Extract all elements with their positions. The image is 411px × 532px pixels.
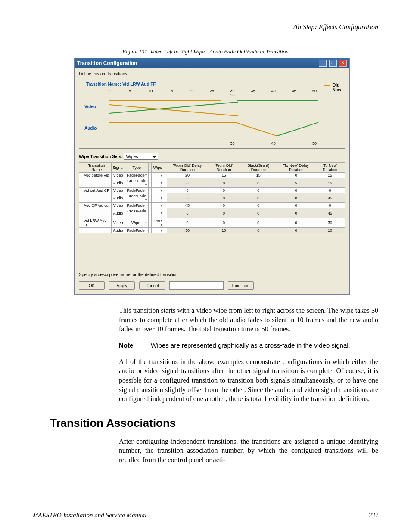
table-cell[interactable]: 0: [277, 193, 315, 203]
table-cell[interactable]: [164, 203, 167, 208]
table-cell[interactable]: Audio: [111, 228, 125, 233]
table-cell[interactable]: 45: [315, 193, 345, 203]
table-cell[interactable]: 0: [277, 208, 315, 218]
table-cell[interactable]: 0: [208, 218, 240, 228]
table-cell[interactable]: 0: [277, 188, 315, 193]
table-cell[interactable]: [164, 218, 167, 228]
table-cell[interactable]: CrossFade: [125, 193, 148, 203]
table-cell[interactable]: 15: [315, 178, 345, 188]
table-cell[interactable]: [148, 218, 151, 228]
table-cell[interactable]: [79, 193, 82, 203]
table-cell[interactable]: [148, 178, 151, 188]
table-cell[interactable]: FadeFade: [125, 203, 148, 208]
maximize-icon[interactable]: □: [329, 60, 337, 67]
table-cell[interactable]: [79, 203, 82, 208]
table-cell[interactable]: [164, 173, 167, 178]
table-cell[interactable]: 0: [208, 188, 240, 193]
table-cell[interactable]: 0: [208, 178, 240, 188]
table-cell[interactable]: Video: [111, 218, 125, 228]
table-cell[interactable]: [151, 193, 164, 203]
table-cell[interactable]: [148, 208, 151, 218]
table-cell[interactable]: FadeFade: [125, 173, 148, 178]
table-cell[interactable]: LtoR: [151, 218, 164, 228]
table-cell[interactable]: [164, 228, 167, 233]
table-cell[interactable]: [148, 173, 151, 178]
table-cell[interactable]: 0: [240, 193, 277, 203]
minimize-icon[interactable]: _: [319, 60, 327, 67]
table-cell[interactable]: [82, 193, 112, 203]
table-cell[interactable]: 0: [277, 173, 315, 178]
table-cell[interactable]: Aud CF Vid cut: [82, 203, 112, 208]
table-cell[interactable]: 0: [240, 228, 277, 233]
find-text-button[interactable]: Find Text: [228, 281, 254, 290]
table-cell[interactable]: 0: [208, 208, 240, 218]
find-text-input[interactable]: [169, 281, 224, 290]
table-cell[interactable]: [79, 178, 82, 188]
table-cell[interactable]: Video: [111, 188, 125, 193]
table-cell[interactable]: [151, 178, 164, 188]
table-cell[interactable]: FadeFade: [125, 228, 148, 233]
table-cell[interactable]: 0: [167, 178, 208, 188]
table-cell[interactable]: 30: [167, 228, 208, 233]
close-icon[interactable]: ×: [339, 60, 347, 67]
table-cell[interactable]: 0: [167, 193, 208, 203]
table-cell[interactable]: [164, 208, 167, 218]
table-cell[interactable]: 0: [208, 193, 240, 203]
table-cell[interactable]: [148, 193, 151, 203]
table-cell[interactable]: Vid cut Aud CF: [82, 188, 112, 193]
table-cell[interactable]: [79, 173, 82, 178]
table-cell[interactable]: 0: [277, 218, 315, 228]
cancel-button[interactable]: Cancel: [139, 281, 165, 290]
table-cell[interactable]: CrossFade: [125, 208, 148, 218]
table-cell[interactable]: Video: [111, 173, 125, 178]
table-cell[interactable]: 10: [208, 228, 240, 233]
table-cell[interactable]: Video: [111, 203, 125, 208]
table-cell[interactable]: 10: [315, 228, 345, 233]
table-cell[interactable]: [79, 188, 82, 193]
table-cell[interactable]: [148, 228, 151, 233]
table-cell[interactable]: [151, 203, 164, 208]
table-cell[interactable]: [79, 218, 82, 228]
table-cell[interactable]: 30: [315, 218, 345, 228]
table-cell[interactable]: [164, 178, 167, 188]
table-cell[interactable]: [79, 208, 82, 218]
table-cell[interactable]: 0: [240, 203, 277, 208]
table-cell[interactable]: FadeFade: [125, 188, 148, 193]
table-cell[interactable]: Audio: [111, 208, 125, 218]
table-cell[interactable]: [151, 173, 164, 178]
table-cell[interactable]: 0: [240, 218, 277, 228]
table-cell[interactable]: Aud before Vid: [82, 173, 112, 178]
table-cell[interactable]: 0: [167, 188, 208, 193]
apply-button[interactable]: Apply: [109, 281, 135, 290]
table-cell[interactable]: 45: [167, 203, 208, 208]
table-cell[interactable]: [164, 188, 167, 193]
table-cell[interactable]: 0: [240, 188, 277, 193]
table-cell[interactable]: [82, 178, 112, 188]
table-cell[interactable]: [151, 228, 164, 233]
table-cell[interactable]: 0: [315, 203, 345, 208]
table-cell[interactable]: 0: [315, 188, 345, 193]
table-cell[interactable]: 0: [167, 208, 208, 218]
table-cell[interactable]: [82, 228, 112, 233]
table-cell[interactable]: [164, 193, 167, 203]
table-cell[interactable]: Audio: [111, 193, 125, 203]
table-cell[interactable]: 15: [240, 173, 277, 178]
table-cell[interactable]: CrossFade: [125, 178, 148, 188]
table-cell[interactable]: Vid LRW Aud FF: [82, 218, 112, 228]
table-cell[interactable]: 0: [240, 208, 277, 218]
ok-button[interactable]: OK: [79, 281, 105, 290]
table-cell[interactable]: 0: [208, 203, 240, 208]
table-cell[interactable]: [151, 208, 164, 218]
table-cell[interactable]: 0: [240, 178, 277, 188]
table-cell[interactable]: 20: [167, 173, 208, 178]
table-cell[interactable]: [151, 188, 164, 193]
table-cell[interactable]: 0: [277, 203, 315, 208]
table-cell[interactable]: Wipe: [125, 218, 148, 228]
table-cell[interactable]: Audio: [111, 178, 125, 188]
table-cell[interactable]: 0: [167, 218, 208, 228]
table-cell[interactable]: 15: [208, 173, 240, 178]
table-cell[interactable]: 15: [315, 173, 345, 178]
transitions-table[interactable]: Transition Name Signal Type Wipe 'From O…: [79, 162, 345, 233]
table-cell[interactable]: 45: [315, 208, 345, 218]
table-cell[interactable]: [148, 203, 151, 208]
